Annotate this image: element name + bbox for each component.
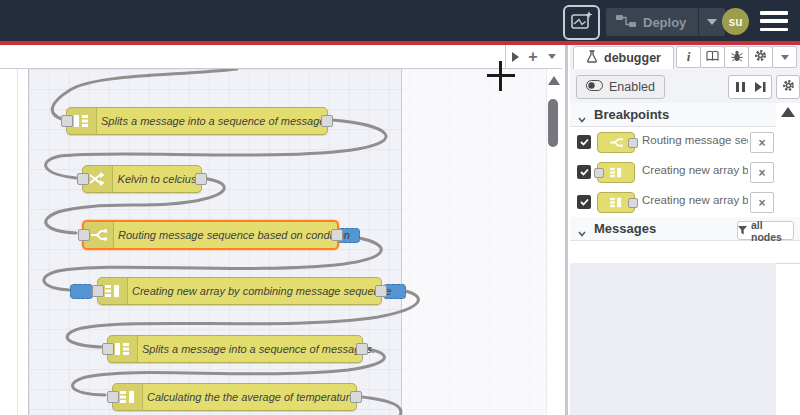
deploy-button-main[interactable]: Deploy [606,8,698,36]
sidebar-tab-bar: debugger i [570,45,800,69]
info-icon: i [687,49,691,65]
deploy-button[interactable]: Deploy [606,8,725,36]
output-port[interactable] [375,285,387,297]
sidebar-scroll-up-arrow[interactable] [781,107,795,117]
add-tab-icon: + [528,49,537,65]
messages-empty-row [570,241,800,264]
canvas-scrollbar-thumb[interactable] [548,99,558,147]
help-button[interactable] [700,46,725,68]
chevron-down-icon [781,55,789,60]
messages-filter-button[interactable]: all nodes [737,221,794,240]
output-port[interactable] [195,173,207,185]
remove-breakpoint-button[interactable]: × [750,162,774,183]
output-port[interactable] [356,343,368,355]
deploy-label: Deploy [643,15,686,30]
close-icon: × [758,136,765,150]
flow-canvas[interactable]: Splits a message into a sequence of mess… [0,45,562,415]
breakpoint-checkbox[interactable] [577,195,591,209]
sidebar-splitter[interactable] [562,45,570,415]
input-port [594,168,604,178]
chevron-down-icon [578,225,586,233]
bug-icon [731,50,743,65]
breakpoint-row[interactable]: Creating new array by combining message … [570,187,776,218]
filter-label: all nodes [751,219,793,243]
node-label: Kelvin to celcius [113,173,201,185]
step-icon [755,80,766,95]
join-node-icon [597,162,635,183]
canvas-scroll-up-button[interactable] [548,76,560,85]
main-menu-button[interactable] [760,11,788,31]
node-label: Creating new array by combining message … [128,285,395,297]
node-red-window: { "header": { "deploy": { "label": "Depl… [0,0,800,415]
join-node-icon [597,192,635,213]
book-icon [706,50,719,65]
debugger-settings-button[interactable] [776,75,800,99]
chevron-down-icon [578,111,586,119]
debug-button[interactable] [724,46,749,68]
messages-section-header[interactable]: Messages all nodes [570,217,800,241]
remove-breakpoint-button[interactable]: × [750,132,774,153]
close-icon: × [758,196,765,210]
input-port[interactable] [77,173,89,185]
hamburger-menu-icon [760,11,788,15]
info-button[interactable]: i [676,46,701,68]
enabled-toggle-button[interactable]: Enabled [576,75,665,99]
node-split-2[interactable]: Splits a message into a sequence of mess… [107,335,363,363]
node-switch[interactable]: Routing message sequence based on condit… [82,220,339,250]
chevron-down-icon [707,19,717,25]
tab-debugger-label: debugger [604,51,661,65]
breakpoint-label: Creating new array by combining message … [642,194,748,206]
node-label: Splits a message into a sequence of mess… [138,343,379,355]
settings-button[interactable] [748,46,773,68]
remove-breakpoint-button[interactable]: × [750,192,774,213]
switch-node-icon [597,132,635,153]
messages-title: Messages [594,221,656,236]
user-avatar[interactable]: su [722,8,749,35]
workspace-tab-bar: + [0,45,562,69]
sidebar-menu-button[interactable] [772,46,797,68]
debugger-toolbar: Enabled [570,68,800,104]
breakpoints-title: Breakpoints [594,107,669,122]
funnel-icon [738,225,747,237]
add-tab-button[interactable]: + [524,45,542,68]
export-image-button[interactable] [563,5,600,40]
node-change[interactable]: Kelvin to celcius [82,165,202,193]
step-button[interactable] [749,75,772,99]
pause-icon [736,80,745,95]
tab-debugger[interactable]: debugger [573,46,674,69]
tab-list-button[interactable] [543,45,561,68]
output-port[interactable] [321,115,333,127]
breakpoint-row[interactable]: Creating new array by combining message … [570,157,776,188]
breakpoints-section-header[interactable]: Breakpoints [570,103,776,127]
hamburger-menu-icon [760,19,788,23]
node-split-1[interactable]: Splits a message into a sequence of mess… [66,107,328,135]
breakpoint-checkbox[interactable] [577,135,591,149]
node-label: Routing message sequence based on condit… [114,229,354,241]
enabled-label: Enabled [609,80,655,94]
checkbox-check-icon [580,168,589,176]
breakpoint-row[interactable]: Routing message sequence based on condit… [570,127,776,158]
breakpoint-label: Routing message sequence based on condit… [642,134,748,146]
output-port[interactable] [331,229,343,241]
input-port[interactable] [61,115,73,127]
output-port[interactable] [350,391,362,403]
crosshair-cursor [487,61,515,91]
input-port[interactable] [78,229,90,241]
output-port [628,198,638,208]
input-port[interactable] [107,391,119,403]
breakpoint-checkbox[interactable] [577,165,591,179]
breakpoint-label: Creating new array by combining message … [642,164,748,176]
input-port[interactable] [102,343,114,355]
export-image-icon [571,11,593,35]
node-join-2[interactable]: Calculating the the average of temperatu… [112,383,357,411]
header-bar: Deploy su [0,0,800,41]
node-label: Splits a message into a sequence of mess… [97,115,338,127]
splitter-handle [565,45,568,415]
breakpoint-marker[interactable] [70,284,93,299]
checkbox-check-icon [580,138,589,146]
close-icon: × [758,166,765,180]
node-join-1[interactable]: Creating new array by combining message … [97,277,382,305]
input-port[interactable] [92,285,104,297]
output-port [628,138,638,148]
tab-list-chevron-icon [548,54,556,59]
